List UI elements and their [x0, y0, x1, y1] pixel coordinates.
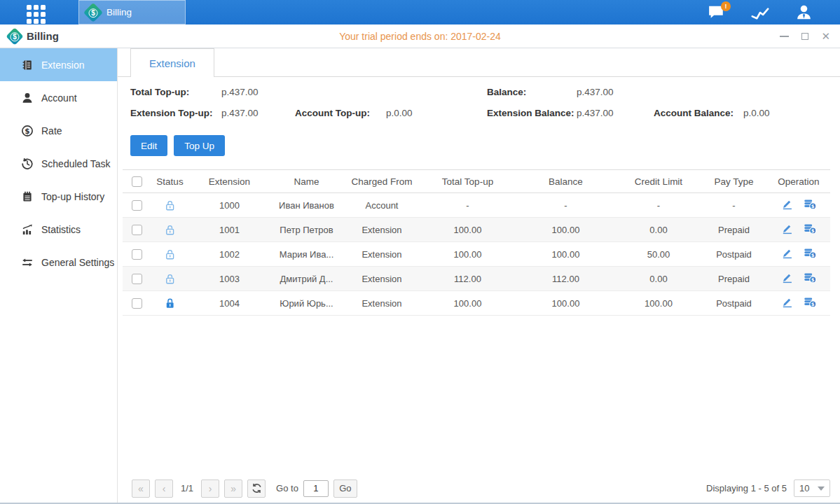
top-up-button[interactable]: Top Up: [174, 135, 225, 156]
edit-icon[interactable]: [781, 296, 793, 310]
action-buttons: Edit Top Up: [130, 135, 840, 156]
charged-from-cell: Extension: [343, 218, 420, 242]
total-topup-cell: 100.00: [420, 242, 515, 267]
pay-type-cell: Postpaid: [701, 242, 767, 267]
page-indicator: 1/1: [178, 483, 196, 493]
next-page-button[interactable]: ›: [201, 479, 219, 498]
charged-from-cell: Extension: [343, 242, 420, 267]
balance-cell: 100.00: [515, 218, 617, 242]
topbar-billing-tab-label: Billing: [106, 7, 132, 18]
sidebar-item-extension[interactable]: Extension: [0, 48, 117, 81]
account-topup-value: p.0.00: [386, 108, 413, 118]
column-header: Charged From: [343, 170, 420, 193]
edit-button[interactable]: Edit: [130, 135, 167, 156]
edit-icon[interactable]: [781, 272, 793, 286]
row-checkbox[interactable]: [132, 225, 142, 235]
user-icon[interactable]: [794, 4, 813, 22]
pay-type-cell: Postpaid: [701, 291, 767, 316]
window-controls: ✕: [780, 31, 830, 41]
ledger-icon: [21, 59, 34, 71]
table-row: 1004Юрий Юрь...Extension100.00100.00100.…: [123, 291, 830, 316]
name-cell: Мария Ива...: [270, 242, 343, 267]
maximize-button[interactable]: [801, 31, 808, 41]
svg-text:$: $: [811, 203, 814, 209]
first-page-button[interactable]: «: [132, 479, 150, 498]
page-size-select[interactable]: 10: [794, 479, 830, 497]
billing-app-icon: $: [83, 2, 103, 22]
credit-limit-cell: 100.00: [617, 291, 701, 316]
refresh-button[interactable]: [247, 479, 266, 498]
topbar-billing-tab[interactable]: $ Billing: [78, 0, 186, 24]
history-clock-icon: [21, 158, 34, 170]
name-cell: Дмитрий Д...: [270, 267, 343, 291]
sidebar-item-account[interactable]: Account: [0, 81, 117, 114]
go-button[interactable]: Go: [333, 479, 357, 498]
sidebar-item-statistics[interactable]: Statistics: [0, 213, 117, 246]
goto-label: Go to: [276, 483, 298, 493]
extension-cell: 1000: [189, 193, 270, 218]
sidebar-item-scheduled-task[interactable]: Scheduled Task: [0, 147, 117, 180]
app-grid-icon[interactable]: [27, 5, 48, 26]
pagination-bar: « ‹ 1/1 › » Go to Go Displaying 1 - 5 of…: [132, 479, 830, 498]
column-header: Name: [270, 170, 343, 193]
last-page-button[interactable]: »: [224, 479, 242, 498]
svg-text:$: $: [811, 252, 814, 258]
topbar: $ Billing !: [0, 0, 840, 24]
sidebar-item-label: General Settings: [41, 257, 114, 268]
pay-type-cell: Prepaid: [701, 218, 767, 242]
minimize-button[interactable]: [780, 31, 789, 41]
titlebar: $ Billing Your trial period ends on: 201…: [0, 24, 840, 48]
unlocked-icon: [164, 248, 176, 258]
column-header: Status: [151, 170, 189, 193]
balance-label: Balance:: [487, 87, 526, 97]
edit-icon[interactable]: [781, 223, 793, 237]
prev-page-button[interactable]: ‹: [155, 479, 173, 498]
sidebar-item-top-up-history[interactable]: Top-up History: [0, 180, 117, 213]
dollar-circle-icon: $: [21, 125, 34, 137]
sidebar: ExtensionAccount$RateScheduled TaskTop-u…: [0, 48, 118, 503]
page-size-value: 10: [799, 483, 809, 493]
sidebar-item-label: Extension: [41, 59, 84, 71]
messages-icon[interactable]: !: [707, 4, 726, 21]
extension-cell: 1002: [189, 242, 270, 267]
sidebar-item-general-settings[interactable]: General Settings: [0, 246, 117, 279]
select-all-checkbox[interactable]: [132, 176, 142, 187]
unlocked-icon: [164, 223, 176, 234]
row-checkbox[interactable]: [132, 274, 142, 284]
topup-icon[interactable]: $: [803, 272, 817, 286]
unlocked-icon: [164, 199, 176, 209]
sidebar-item-label: Scheduled Task: [41, 158, 111, 169]
topup-icon[interactable]: $: [803, 223, 817, 237]
tab-extension[interactable]: Extension: [130, 48, 214, 77]
locked-icon: [164, 297, 176, 307]
total-topup-value: p.437.00: [221, 87, 259, 97]
credit-limit-cell: 0.00: [617, 267, 701, 291]
edit-icon[interactable]: [781, 247, 793, 261]
edit-icon[interactable]: [781, 198, 793, 212]
sidebar-item-rate[interactable]: $Rate: [0, 114, 117, 147]
select-all-cell: [123, 170, 151, 193]
unlocked-icon: [164, 272, 176, 283]
close-button[interactable]: ✕: [821, 31, 830, 41]
topup-icon[interactable]: $: [803, 198, 817, 212]
sidebar-item-label: Rate: [41, 125, 62, 136]
billing-window: $ Billing ! $ Billing Your trial period …: [0, 0, 840, 504]
reports-chart-icon[interactable]: [750, 4, 771, 22]
credit-limit-cell: 50.00: [617, 242, 701, 267]
topup-icon[interactable]: $: [803, 247, 817, 261]
column-header: Extension: [189, 170, 270, 193]
svg-text:$: $: [25, 126, 29, 134]
row-checkbox[interactable]: [132, 298, 142, 309]
row-checkbox[interactable]: [132, 249, 142, 260]
row-checkbox[interactable]: [132, 200, 142, 211]
topup-icon[interactable]: $: [803, 296, 817, 310]
extension-balance-label: Extension Balance:: [487, 108, 574, 118]
sidebar-item-label: Top-up History: [41, 191, 104, 202]
trial-message: Your trial period ends on: 2017-02-24: [0, 31, 840, 42]
total-topup-cell: 112.00: [420, 267, 515, 291]
extension-topup-label: Extension Top-up:: [130, 108, 213, 118]
goto-page-input[interactable]: [303, 480, 329, 497]
charged-from-cell: Extension: [343, 267, 420, 291]
person-icon: [21, 92, 34, 104]
extension-balance-value: p.437.00: [577, 108, 614, 118]
